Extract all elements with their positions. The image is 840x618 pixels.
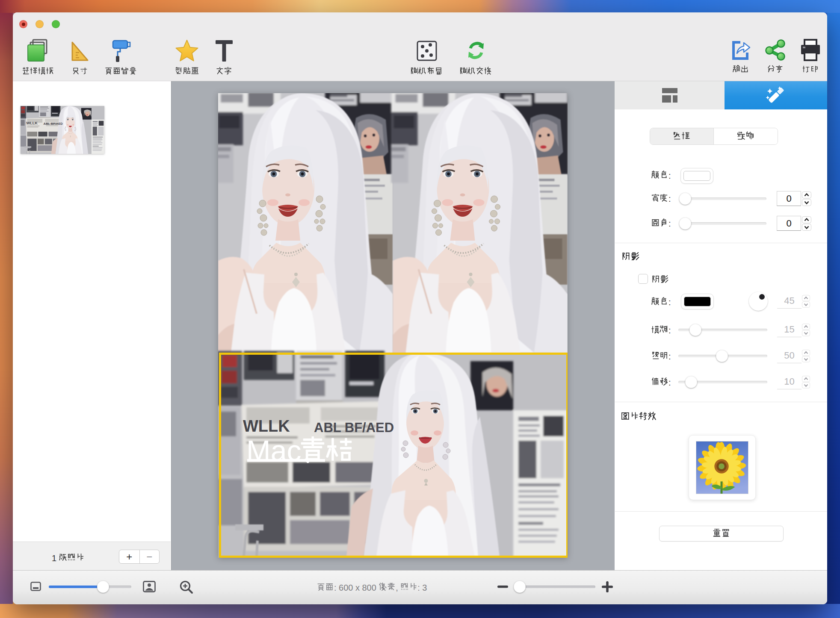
svg-text:Mac: Mac [246, 434, 301, 467]
svg-text:1: 1 [52, 553, 56, 563]
svg-text::: : [668, 194, 671, 203]
svg-text::: : [668, 297, 671, 307]
svg-text::: : [668, 219, 671, 228]
svg-text::: : [668, 352, 671, 361]
svg-text:: 600 x 800: : 600 x 800 [334, 583, 376, 592]
svg-text:: 3: : 3 [417, 583, 427, 592]
svg-text::: : [668, 378, 671, 387]
svg-text:,: , [396, 583, 398, 592]
svg-text::: : [668, 326, 671, 335]
svg-text::: : [668, 171, 671, 180]
